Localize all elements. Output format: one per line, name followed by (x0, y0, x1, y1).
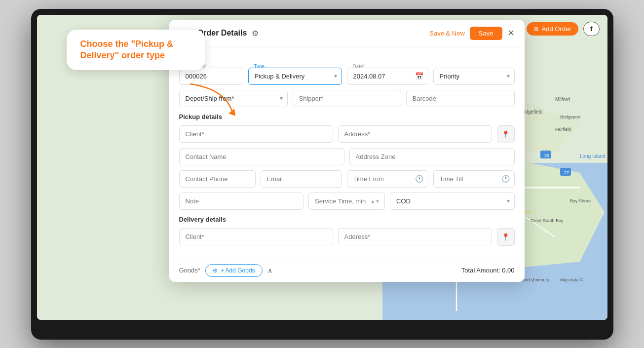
pickup-address-zone-input[interactable] (349, 148, 515, 165)
modal-footer: Goods* ⊕ + Add Goods ∧ Total Amount: 0.0… (169, 259, 525, 282)
pickup-contact-phone-input[interactable] (179, 170, 256, 188)
goods-label: Goods* (179, 267, 200, 274)
pickup-cod-field: COD (390, 193, 515, 210)
delivery-location-button[interactable]: 📍 (497, 228, 515, 246)
plus-icon: ⊕ (213, 267, 218, 274)
pickup-note-field (179, 193, 304, 210)
depot-select[interactable]: Depot/Ship from* (179, 90, 288, 107)
collapse-button[interactable]: ∧ (267, 267, 272, 274)
cod-select-wrapper: COD (390, 193, 515, 210)
pickup-email-field (261, 170, 342, 188)
type-select-wrapper: Pickup & Delivery (248, 68, 342, 85)
priority-field: Priority (433, 68, 515, 85)
shipper-input[interactable] (293, 90, 401, 107)
pickup-note-input[interactable] (179, 193, 304, 210)
pickup-client-field (179, 125, 333, 143)
type-select[interactable]: Pickup & Delivery (248, 68, 342, 85)
modal-header-actions: Save & New Save ✕ (429, 27, 514, 40)
total-amount: Total Amount: 0.00 (461, 267, 515, 274)
priority-select[interactable]: Priority (433, 68, 515, 85)
main-section-label: Main (179, 55, 515, 63)
priority-select-wrapper: Priority (433, 68, 515, 85)
pickup-row-4: ▲▼ COD (179, 193, 515, 210)
pickup-time-till-field: 🕐 (433, 170, 515, 188)
pickup-time-from-field: 🕐 (347, 170, 428, 188)
delivery-client-input[interactable] (179, 228, 333, 245)
delivery-row-1: 📍 (179, 228, 515, 246)
add-goods-label: + Add Goods (221, 267, 255, 274)
add-goods-button[interactable]: ⊕ + Add Goods (205, 264, 263, 277)
calendar-icon: 📅 (415, 72, 423, 80)
type-field: Type Pickup & Delivery (248, 68, 342, 85)
delivery-section-label: Delivery details (179, 216, 515, 223)
shipper-field (293, 90, 401, 107)
settings-icon-button[interactable]: ⚙ (252, 29, 259, 38)
pickup-service-time-field: ▲▼ (308, 193, 385, 210)
main-row-2: Depot/Ship from* (179, 90, 515, 107)
pickup-row-3: 🕐 🕐 (179, 170, 515, 188)
depot-select-wrapper: Depot/Ship from* (179, 90, 288, 107)
main-row-1: Order No* Type Pickup & Delivery (179, 68, 515, 85)
pickup-email-input[interactable] (261, 170, 342, 188)
delivery-address-input[interactable] (338, 228, 492, 245)
delivery-client-field (179, 228, 333, 246)
pickup-address-field (338, 125, 492, 143)
save-button[interactable]: Save (470, 27, 502, 40)
clock-icon-1: 🕐 (415, 175, 423, 183)
footer-left: Goods* ⊕ + Add Goods ∧ (179, 264, 272, 277)
modal-header: New Order Details ⚙ Save & New Save ✕ (169, 20, 525, 47)
modal-body: Main Order No* Type Pickup & D (169, 47, 525, 259)
service-time-wrapper: ▲▼ (308, 193, 385, 210)
pickup-section-label: Pickup details (179, 113, 515, 120)
barcode-input[interactable] (406, 90, 515, 107)
delivery-address-field (338, 228, 492, 246)
time-from-wrapper: 🕐 (347, 170, 428, 188)
new-order-modal: New Order Details ⚙ Save & New Save ✕ Ma… (169, 20, 525, 282)
save-new-button[interactable]: Save & New (429, 30, 465, 37)
time-till-wrapper: 🕐 (433, 170, 515, 188)
pickup-contact-name-input[interactable] (179, 148, 344, 165)
pickup-contact-phone-field (179, 170, 256, 188)
pickup-client-input[interactable] (179, 125, 333, 143)
barcode-field (406, 90, 515, 107)
date-field: Date* 📅 (347, 68, 428, 85)
tooltip-text: Choose the "Pickup & Delivery" order typ… (80, 39, 191, 62)
pickup-row-1: 📍 (179, 125, 515, 143)
pickup-address-zone-field (349, 148, 515, 165)
cod-select[interactable]: COD (390, 193, 515, 210)
tooltip-bubble: Choose the "Pickup & Delivery" order typ… (67, 30, 205, 71)
stepper-icon: ▲▼ (370, 198, 380, 204)
depot-field: Depot/Ship from* (179, 90, 288, 107)
pickup-contact-name-field (179, 148, 344, 165)
close-button[interactable]: ✕ (507, 29, 515, 38)
pickup-location-button[interactable]: 📍 (497, 125, 515, 143)
clock-icon-2: 🕐 (501, 175, 510, 183)
date-input-wrapper: 📅 (347, 68, 428, 85)
pickup-row-2 (179, 148, 515, 165)
pickup-address-input[interactable] (338, 125, 492, 143)
